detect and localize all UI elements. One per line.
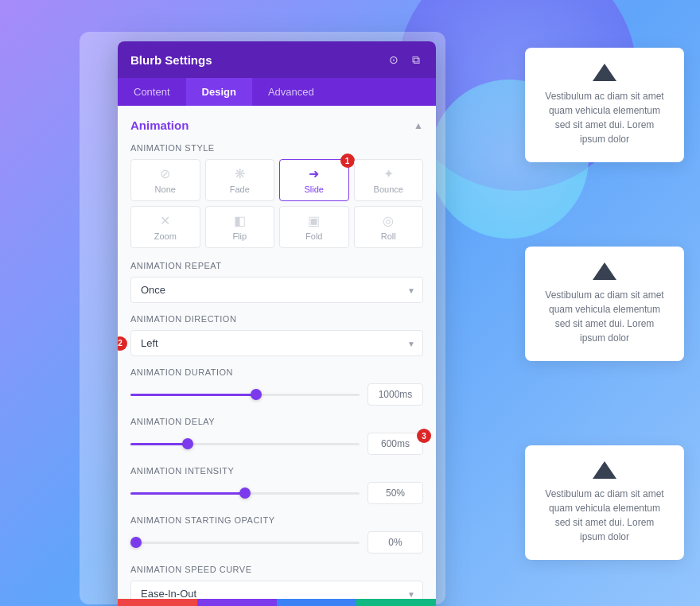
triangle-icon-top xyxy=(593,64,616,81)
animation-starting-opacity-track-wrap xyxy=(130,542,360,544)
animation-duration-label: Animation Duration xyxy=(130,367,423,377)
animation-starting-opacity-thumb[interactable] xyxy=(130,537,142,548)
tab-bar: Content Design Advanced xyxy=(118,78,436,106)
triangle-icon-mid xyxy=(593,262,616,280)
animation-intensity-thumb[interactable] xyxy=(239,488,251,499)
delay-badge: 3 xyxy=(417,429,431,443)
animation-speed-curve-select[interactable]: Ease-In-Out Linear Ease-In Ease-Out xyxy=(130,581,423,599)
animation-style-label: Animation Style xyxy=(130,143,423,153)
save-button[interactable]: ✓ xyxy=(356,599,436,606)
animation-intensity-fill xyxy=(130,492,245,495)
animation-delay-label: Animation Delay xyxy=(130,417,423,426)
animation-direction-select[interactable]: Left Right Top Bottom xyxy=(130,330,423,356)
bg-card-mid-text: Vestibulum ac diam sit amet quam vehicul… xyxy=(541,288,668,345)
animation-section-heading: Animation ▲ xyxy=(130,118,423,132)
anim-roll-icon: ◎ xyxy=(383,213,394,228)
tab-advanced[interactable]: Advanced xyxy=(252,78,330,106)
anim-flip[interactable]: ◧ Flip xyxy=(205,206,275,248)
bg-card-bot-text: Vestibulum ac diam sit amet quam vehicul… xyxy=(541,487,668,544)
animation-starting-opacity-value: 0% xyxy=(368,531,423,554)
settings-icon[interactable]: ⊙ xyxy=(387,52,401,67)
animation-repeat-select[interactable]: Once Loop Infinite xyxy=(130,277,423,303)
animation-delay-field: Animation Delay 600ms 3 xyxy=(130,417,423,455)
dialog-title: Blurb Settings xyxy=(130,53,212,67)
animation-intensity-field: Animation Intensity 50% xyxy=(130,466,423,504)
slide-badge: 1 xyxy=(340,153,355,168)
anim-zoom-label: Zoom xyxy=(154,231,177,241)
bg-card-top-text: Vestibulum ac diam sit amet quam vehicul… xyxy=(541,89,668,146)
undo-button[interactable]: ↺ xyxy=(197,599,277,606)
animation-duration-track-wrap xyxy=(130,394,360,396)
animation-duration-value: 1000ms xyxy=(368,383,423,406)
cancel-button[interactable]: ✕ xyxy=(118,599,197,606)
animation-delay-value: 600ms xyxy=(368,433,423,455)
anim-roll[interactable]: ◎ Roll xyxy=(354,206,424,248)
tab-content[interactable]: Content xyxy=(118,78,186,106)
triangle-icon-bot xyxy=(593,461,616,479)
expand-icon[interactable]: ⧉ xyxy=(409,52,423,67)
anim-bounce-icon: ✦ xyxy=(383,166,394,181)
animation-intensity-track xyxy=(130,492,360,495)
anim-bounce-label: Bounce xyxy=(374,185,403,194)
anim-fold-label: Fold xyxy=(305,231,322,241)
anim-flip-label: Flip xyxy=(232,231,247,241)
animation-style-grid: ⊘ None ❋ Fade 1 ➜ Slide ✦ Bounce ✕ Z xyxy=(130,159,423,248)
anim-flip-icon: ◧ xyxy=(234,213,246,228)
animation-intensity-track-wrap xyxy=(130,492,360,495)
animation-intensity-label: Animation Intensity xyxy=(130,466,423,476)
animation-delay-row: 600ms 3 xyxy=(130,433,423,455)
anim-zoom-icon: ✕ xyxy=(160,213,170,228)
bg-card-mid: Vestibulum ac diam sit amet quam vehicul… xyxy=(525,247,684,361)
animation-duration-track xyxy=(130,394,360,396)
anim-fold[interactable]: ▣ Fold xyxy=(279,206,349,248)
anim-roll-label: Roll xyxy=(381,231,396,241)
animation-delay-track xyxy=(130,443,360,445)
direction-badge: 2 xyxy=(118,336,127,351)
animation-duration-fill xyxy=(130,394,256,396)
anim-none-icon: ⊘ xyxy=(160,166,170,181)
animation-direction-wrapper: 2 Left Right Top Bottom ▼ xyxy=(130,330,423,356)
animation-starting-opacity-field: Animation Starting Opacity 0% xyxy=(130,515,423,554)
dialog-footer: ✕ ↺ ↻ ✓ xyxy=(118,599,436,606)
animation-delay-fill xyxy=(130,443,188,445)
anim-fade-icon: ❋ xyxy=(235,166,245,181)
bg-card-top: Vestibulum ac diam sit amet quam vehicul… xyxy=(525,48,684,162)
animation-delay-track-wrap xyxy=(130,443,360,445)
anim-none-label: None xyxy=(155,185,176,194)
dialog-header: Blurb Settings ⊙ ⧉ xyxy=(118,41,436,78)
dialog-body: Animation ▲ Animation Style ⊘ None ❋ Fad… xyxy=(118,106,436,599)
tab-design[interactable]: Design xyxy=(186,78,252,106)
animation-duration-field: Animation Duration 1000ms xyxy=(130,367,423,406)
animation-repeat-label: Animation Repeat xyxy=(130,261,423,270)
animation-repeat-wrapper: Once Loop Infinite ▼ xyxy=(130,277,423,303)
animation-speed-curve-label: Animation Speed Curve xyxy=(130,565,423,574)
blurb-settings-dialog: Blurb Settings ⊙ ⧉ Content Design Advanc… xyxy=(118,41,436,606)
animation-delay-thumb[interactable] xyxy=(182,438,193,449)
anim-zoom[interactable]: ✕ Zoom xyxy=(130,206,200,248)
animation-direction-label: Animation Direction xyxy=(130,314,423,324)
animation-duration-row: 1000ms xyxy=(130,383,423,406)
animation-starting-opacity-label: Animation Starting Opacity xyxy=(130,515,423,525)
collapse-icon[interactable]: ▲ xyxy=(414,120,423,131)
animation-intensity-value: 50% xyxy=(368,482,423,504)
animation-intensity-row: 50% xyxy=(130,482,423,504)
animation-starting-opacity-track xyxy=(130,542,360,544)
anim-slide-icon: ➜ xyxy=(309,166,319,181)
anim-fade-label: Fade xyxy=(230,185,250,194)
animation-starting-opacity-row: 0% xyxy=(130,531,423,554)
anim-fold-icon: ▣ xyxy=(308,213,320,228)
anim-slide[interactable]: 1 ➜ Slide xyxy=(279,159,349,201)
header-icons: ⊙ ⧉ xyxy=(387,52,423,67)
animation-speed-curve-wrapper: Ease-In-Out Linear Ease-In Ease-Out ▼ xyxy=(130,581,423,599)
bg-card-bot: Vestibulum ac diam sit amet quam vehicul… xyxy=(525,445,684,560)
redo-button[interactable]: ↻ xyxy=(277,599,356,606)
animation-title: Animation xyxy=(130,118,189,132)
anim-slide-label: Slide xyxy=(305,185,324,194)
anim-none[interactable]: ⊘ None xyxy=(130,159,200,201)
anim-fade[interactable]: ❋ Fade xyxy=(205,159,275,201)
animation-duration-thumb[interactable] xyxy=(251,389,262,400)
anim-bounce[interactable]: ✦ Bounce xyxy=(354,159,424,201)
